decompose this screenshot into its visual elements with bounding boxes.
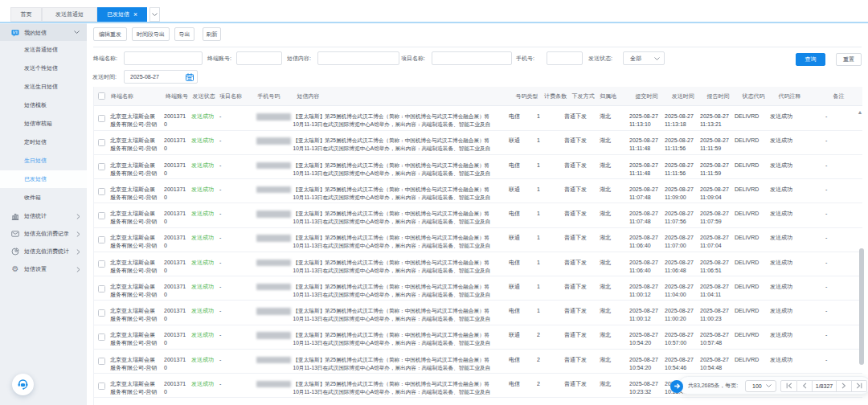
row-checkbox[interactable] — [98, 382, 105, 390]
cell-bill-count: 1 — [537, 210, 540, 218]
cell-report-time: 2025-08-2711:09:04 — [700, 186, 729, 202]
send-status-select[interactable]: 全部 — [623, 51, 665, 65]
project-name-label: 项目名称: — [401, 51, 425, 65]
cell-send-channel: 普通下发 — [564, 186, 587, 194]
terminal-account-input[interactable] — [236, 51, 282, 65]
cell-phone-blurred — [256, 113, 291, 121]
cell-sms-content: 【亚太瑞斯】第25届机博会武汉工博会（简称：中国机博会与武汉工博会融合展）将10… — [293, 380, 491, 396]
cell-send-time: 2025-08-2711:09:00 — [665, 186, 694, 202]
column-header-15: 备注 — [833, 87, 845, 107]
sidebar-item-7[interactable]: 已发短信 — [0, 170, 87, 188]
sidebar-item-8[interactable]: 收件箱 — [0, 189, 87, 207]
cell-sms-content: 【亚太瑞斯】第25届机博会武汉工博会（简称：中国机博会与武汉工博会融合展）将10… — [293, 283, 491, 299]
sidebar-item-5[interactable]: 定时短信 — [0, 133, 87, 151]
first-page-button[interactable] — [780, 380, 797, 393]
sidebar-group-3[interactable]: ⚙短信设置 — [0, 260, 87, 278]
phone-number-input[interactable] — [547, 51, 583, 65]
cell-terminal-account: 20013710 — [164, 307, 186, 323]
row-checkbox[interactable] — [98, 260, 105, 268]
sidebar-group-my-sms[interactable]: 我的短信 — [0, 24, 87, 41]
pagination-collapse-button[interactable] — [670, 380, 683, 393]
sidebar-item-6[interactable]: 生日短信 — [0, 152, 87, 170]
sidebar-group-2[interactable]: 短信充值消费统计 — [0, 243, 87, 260]
cell-bill-count: 1 — [537, 259, 540, 267]
select-all-checkbox[interactable] — [98, 92, 105, 100]
main-content: 编辑重发时间段导出导出刷新 终端名称:终端账号:短信内容:项目名称:手机号:发送… — [87, 23, 868, 405]
cell-terminal-name: 北京亚太瑞斯会展服务有限公司-营销 — [110, 307, 157, 323]
sms-content-input[interactable] — [317, 51, 399, 65]
table-header: 终端名称终端账号发送状态项目名称手机号码短信内容号码类型计费条数下发方式归属地提… — [94, 87, 862, 107]
table-row: 北京亚太瑞斯会展服务有限公司-营销20013710发送成功-【亚太瑞斯】第25届… — [94, 325, 862, 350]
cell-sms-content: 【亚太瑞斯】第25届机博会武汉工博会（简称：中国机博会与武汉工博会融合展）将10… — [293, 307, 491, 323]
sidebar-group-0[interactable]: 短信统计 — [0, 207, 87, 225]
row-checkbox[interactable] — [98, 309, 105, 317]
row-checkbox[interactable] — [98, 188, 105, 195]
cell-region: 湖北 — [600, 186, 611, 194]
cell-terminal-name: 北京亚太瑞斯会展服务有限公司-营销 — [110, 380, 157, 396]
sidebar-item-3[interactable]: 短信模板 — [0, 96, 87, 114]
column-header-9: 归属地 — [600, 87, 616, 107]
terminal-name-input[interactable] — [124, 51, 203, 65]
cell-code-note: 发送成功 — [770, 137, 792, 145]
close-icon[interactable]: × — [133, 11, 137, 18]
scrollbar-thumb[interactable] — [859, 248, 864, 365]
table-body: 北京亚太瑞斯会展服务有限公司-营销20013710发送成功-【亚太瑞斯】第25届… — [94, 106, 868, 404]
sidebar-item-0[interactable]: 发送普通短信 — [0, 41, 87, 59]
export-button[interactable]: 导出 — [174, 27, 194, 41]
customer-service-button[interactable] — [12, 374, 34, 395]
scroll-up-arrow[interactable]: ▲ — [857, 109, 863, 116]
column-header-4: 手机号码 — [257, 87, 280, 107]
cell-terminal-account: 20013710 — [164, 380, 186, 396]
reset-button[interactable]: 重置 — [836, 53, 862, 66]
table-row: 北京亚太瑞斯会展服务有限公司-营销20013710发送成功-【亚太瑞斯】第25届… — [94, 131, 862, 155]
cell-remark: - — [825, 162, 827, 170]
cell-bill-count: 1 — [537, 307, 540, 315]
row-checkbox[interactable] — [98, 358, 105, 365]
last-page-button[interactable] — [852, 380, 867, 393]
next-page-button[interactable] — [837, 380, 852, 393]
cell-bill-count: 1 — [537, 234, 540, 242]
tab-list-dropdown[interactable] — [149, 7, 160, 22]
table-row: 北京亚太瑞斯会展服务有限公司-营销20013710发送成功-【亚太瑞斯】第25届… — [94, 203, 862, 227]
column-header-5: 短信内容 — [297, 87, 320, 107]
cell-send-status: 发送成功 — [191, 186, 214, 194]
refresh-button[interactable]: 刷新 — [203, 27, 221, 41]
cell-terminal-name: 北京亚太瑞斯会展服务有限公司-营销 — [110, 137, 157, 153]
cell-code-note: 发送成功 — [770, 307, 792, 315]
time-range-export-button[interactable]: 时间段导出 — [132, 27, 170, 41]
page-size-select[interactable]: 100 — [745, 380, 776, 393]
cell-region: 湖北 — [600, 210, 611, 218]
tab-0[interactable]: 首页 — [10, 7, 42, 22]
row-checkbox[interactable] — [98, 139, 105, 146]
cell-submit-time: 2025-08-2711:07:48 — [629, 210, 658, 226]
project-name-input[interactable] — [432, 51, 512, 65]
table-row: 北京亚太瑞斯会展服务有限公司-营销20013710发送成功-【亚太瑞斯】第25届… — [94, 228, 862, 252]
tab-label: 已发短信 — [107, 10, 129, 18]
search-button[interactable]: 查询 — [796, 53, 825, 66]
sidebar-item-4[interactable]: 短信审核箱 — [0, 115, 87, 133]
sidebar-group-1[interactable]: 短信充值消费记录 — [0, 225, 87, 243]
row-checkbox[interactable] — [98, 236, 105, 243]
row-checkbox[interactable] — [98, 163, 105, 170]
cell-carrier-type: 联通 — [509, 234, 520, 242]
row-checkbox[interactable] — [98, 115, 105, 122]
cell-bill-count: 2 — [537, 331, 540, 339]
tab-active[interactable]: 已发短信× — [97, 7, 147, 22]
cell-terminal-account: 20013710 — [164, 162, 186, 178]
cell-send-time: 2025-08-2711:11:56 — [665, 137, 694, 153]
prev-page-button[interactable] — [797, 380, 813, 393]
tab-1[interactable]: 发送普通短 — [42, 7, 97, 22]
edit-resend-button[interactable]: 编辑重发 — [93, 27, 127, 41]
cell-remark: - — [825, 112, 827, 121]
sidebar-item-1[interactable]: 发送个性短信 — [0, 59, 87, 77]
row-checkbox[interactable] — [98, 285, 105, 292]
row-checkbox[interactable] — [98, 333, 105, 341]
cell-carrier-type: 电信 — [509, 380, 520, 388]
cell-send-status: 发送成功 — [191, 259, 214, 267]
sidebar-item-2[interactable]: 发送生日短信 — [0, 78, 87, 96]
send-date-label: 发送时间: — [92, 70, 117, 84]
row-checkbox[interactable] — [98, 212, 105, 219]
cell-region: 湖北 — [600, 162, 611, 170]
cell-send-status: 发送成功 — [191, 380, 214, 388]
send-date-input[interactable]: 2025-08-27 — [124, 70, 198, 84]
